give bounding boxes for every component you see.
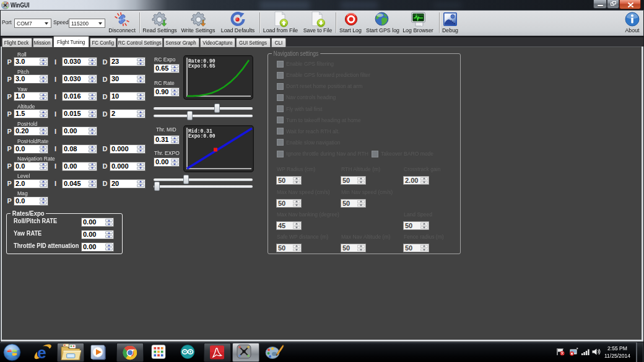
svg-text:e: e xyxy=(37,344,46,360)
